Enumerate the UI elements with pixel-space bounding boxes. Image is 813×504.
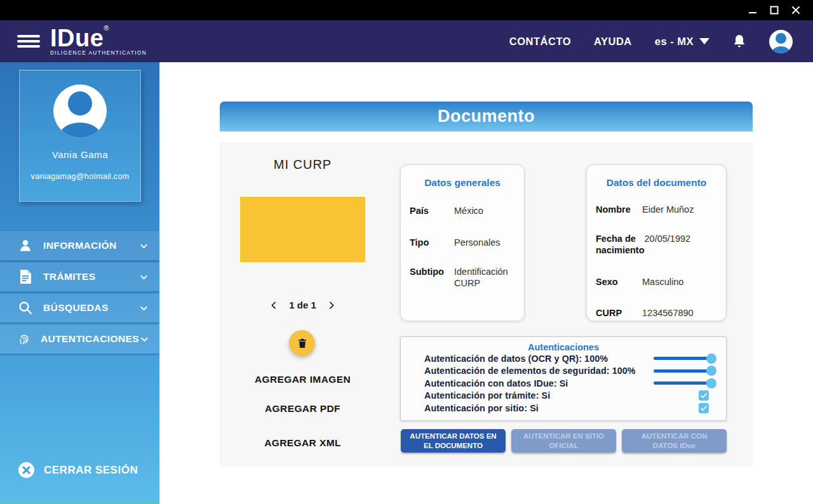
row-label: CURP (596, 307, 642, 319)
document-icon (17, 269, 34, 284)
delete-document-button[interactable] (289, 330, 315, 356)
card-title: Datos del documento (587, 177, 726, 189)
card-title: Datos generales (401, 177, 524, 189)
row-label: Sexo (596, 276, 642, 288)
logo-tagline: DILIGENCE AUTHENTICATION (50, 51, 147, 56)
app-logo: IDue® DILIGENCE AUTHENTICATION (50, 26, 147, 56)
sidebar-item-tramites[interactable]: TRÁMITES (0, 262, 159, 291)
auth-check-row: Autenticación por trámite: Si (401, 390, 726, 402)
row-label: Tipo (410, 237, 454, 248)
auth-slider-row: Autenticación de elementos de seguridad:… (401, 365, 726, 378)
next-page-icon[interactable] (326, 300, 337, 310)
add-pdf-button[interactable]: AGREGAR PDF (240, 403, 365, 414)
logout-button[interactable]: CERRAR SESIÓN (18, 461, 138, 479)
avatar-shoulders (59, 123, 101, 138)
contact-link[interactable]: CONTÁCTO (509, 36, 571, 48)
slider-thumb[interactable] (706, 354, 716, 364)
card-title: Autenticaciones (401, 342, 726, 352)
row-value: Eider Muñoz (642, 204, 694, 215)
document-panel: MI CURP 1 de 1 AGREGAR IMAGEN AGREGAR PD… (220, 142, 753, 467)
chevron-down-icon (138, 272, 149, 282)
user-name: Vania Gama (20, 149, 140, 160)
page-indicator: 1 de 1 (289, 300, 316, 310)
slider-thumb[interactable] (706, 378, 716, 388)
add-image-button[interactable]: AGREGAR IMAGEN (240, 374, 365, 385)
auth-label: Autenticación con datos IDue: Si (424, 378, 654, 388)
language-selector[interactable]: es - MX (655, 36, 709, 48)
auth-checkbox[interactable] (699, 403, 709, 413)
user-profile-card: Vania Gama vaniagamag@hotmail.com (19, 70, 141, 202)
general-data-card: Datos generales País México Tipo Persona… (400, 164, 525, 321)
document-preview[interactable] (240, 197, 365, 262)
help-link[interactable]: AYUDA (594, 36, 632, 48)
close-icon[interactable] (785, 2, 807, 18)
auth-slider[interactable] (654, 369, 715, 373)
sidebar-item-label: AUTENTICACIONES (41, 333, 139, 345)
auth-label: Autenticación por trámite: Si (424, 390, 699, 401)
data-row: Subtipo Identificación CURP (410, 266, 515, 289)
authenticate-official-site-button[interactable]: AUTENTICAR EN SITIO OFICIAL (511, 429, 616, 453)
row-value: 20/05/1992 (645, 233, 691, 244)
sidebar-item-label: TRÁMITES (43, 271, 95, 282)
data-row: Nombre Eider Muñoz (596, 204, 717, 215)
sidebar-item-informacion[interactable]: INFORMACIÓN (0, 231, 159, 260)
auth-slider[interactable] (654, 357, 715, 360)
chevron-down-icon (139, 334, 150, 345)
chevron-down-icon (699, 38, 709, 44)
pagination: 1 de 1 (240, 300, 365, 310)
close-circle-icon (18, 461, 35, 479)
row-value: Identificación CURP (454, 266, 515, 289)
document-name: MI CURP (240, 157, 365, 172)
window-titlebar (0, 0, 813, 20)
row-label: País (410, 205, 454, 216)
authenticate-document-button[interactable]: AUTENTICAR DATOS EN EL DOCUMENTO (401, 429, 506, 453)
logo-text: IDue (50, 25, 104, 51)
slider-thumb[interactable] (706, 366, 716, 376)
logout-label: CERRAR SESIÓN (44, 464, 138, 477)
sidebar-item-label: INFORMACIÓN (43, 240, 116, 251)
user-avatar[interactable] (769, 30, 793, 53)
row-label: Subtipo (410, 266, 454, 277)
registered-mark: ® (104, 24, 109, 32)
row-label: Fecha de nacimiento (596, 233, 645, 256)
avatar-head (68, 91, 92, 116)
row-value: Personales (454, 237, 501, 248)
data-row: País México (410, 205, 515, 216)
add-xml-button[interactable]: AGREGAR XML (240, 437, 365, 449)
auth-label: Autenticación de elementos de seguridad:… (424, 366, 654, 376)
avatar-head (776, 33, 786, 44)
sidebar-item-autenticaciones[interactable]: AUTENTICACIONES (0, 324, 159, 354)
auth-checkbox[interactable] (699, 390, 709, 401)
trash-icon (297, 337, 308, 349)
chevron-down-icon (138, 241, 149, 251)
previous-page-icon[interactable] (269, 300, 279, 310)
data-row: Sexo Masculino (596, 276, 717, 288)
sidebar-menu: INFORMACIÓN TRÁMITES BÚSQUEDAS (0, 231, 159, 355)
avatar-shoulders (772, 46, 790, 53)
chevron-down-icon (138, 303, 149, 314)
authentications-card: Autenticaciones Autenticación de datos (… (400, 336, 727, 421)
sidebar-item-busquedas[interactable]: BÚSQUEDAS (0, 293, 159, 322)
data-row: Fecha de nacimiento 20/05/1992 (596, 233, 717, 256)
row-label: Nombre (596, 204, 642, 215)
profile-avatar (53, 84, 107, 138)
auth-label: Autenticación por sitio: Si (424, 403, 699, 413)
maximize-icon[interactable] (763, 2, 785, 18)
page-title: Documento (220, 102, 753, 131)
auth-slider[interactable] (654, 381, 715, 385)
authenticate-idue-data-button[interactable]: AUTENTICAR CON DATOS IDue (622, 429, 727, 453)
row-value: Masculino (642, 276, 683, 288)
auth-slider-row: Autenticación de datos (OCR y QR): 100% (401, 352, 726, 365)
user-icon (17, 238, 34, 253)
auth-check-row: Autenticación por sitio: Si (401, 402, 726, 414)
row-value: 1234567890 (642, 307, 694, 319)
menu-icon[interactable] (17, 32, 40, 50)
document-data-card: Datos del documento Nombre Eider Muñoz F… (586, 164, 727, 321)
search-icon (17, 300, 34, 315)
fingerprint-icon (17, 331, 31, 347)
app-window: IDue® DILIGENCE AUTHENTICATION CONTÁCTO … (0, 0, 813, 504)
sidebar: Vania Gama vaniagamag@hotmail.com INFORM… (0, 62, 159, 504)
minimize-icon[interactable] (742, 2, 763, 18)
auth-label: Autenticación de datos (OCR y QR): 100% (424, 354, 654, 364)
notifications-bell-icon[interactable] (732, 34, 746, 49)
